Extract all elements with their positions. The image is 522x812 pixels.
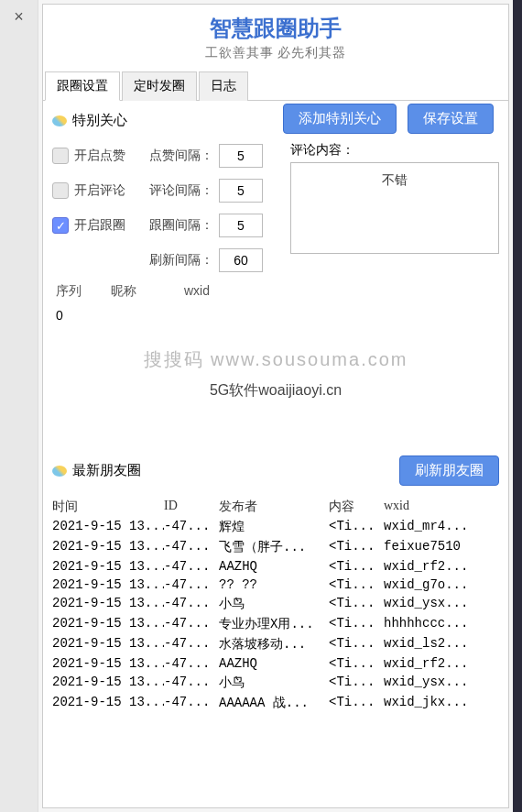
cell-pub: AAZHQ bbox=[219, 559, 329, 574]
follow-interval-label: 跟圈间隔： bbox=[144, 217, 213, 234]
comment-interval-input[interactable] bbox=[219, 179, 263, 203]
cell-time: 2021-9-15 13... bbox=[52, 539, 164, 555]
watermark-text: 搜搜码 www.sousouma.com bbox=[52, 347, 499, 372]
cell-time: 2021-9-15 13... bbox=[52, 656, 164, 671]
tabs-bar: 跟圈设置 定时发圈 日志 bbox=[43, 71, 508, 101]
cell-pub: 辉煌 bbox=[219, 519, 329, 535]
add-special-button[interactable]: 添加特别关心 bbox=[283, 104, 397, 134]
cell-cont: <Ti... bbox=[329, 559, 384, 574]
watermark-text-2: 5G软件woaijiaoyi.cn bbox=[52, 381, 499, 401]
cell-wxid bbox=[180, 313, 272, 317]
col-wxid: wxid bbox=[384, 499, 484, 515]
checkbox-comment[interactable] bbox=[52, 182, 69, 199]
cell-time: 2021-9-15 13... bbox=[52, 519, 164, 535]
cell-cont: <Ti... bbox=[329, 636, 384, 653]
section-title-moments: 最新朋友圈 bbox=[72, 462, 141, 479]
col-id: ID bbox=[164, 499, 219, 515]
cell-pub: 水落坡移动... bbox=[219, 636, 329, 653]
follow-interval-input[interactable] bbox=[219, 214, 263, 237]
cell-id: -47... bbox=[164, 675, 219, 691]
cell-pub: ?? ?? bbox=[219, 577, 329, 592]
refresh-moments-button[interactable]: 刷新朋友圈 bbox=[399, 455, 499, 486]
cell-time: 2021-9-15 13... bbox=[52, 559, 164, 574]
comment-content-box[interactable]: 不错 bbox=[290, 162, 499, 254]
table-row[interactable]: 2021-9-15 13...-47...AAAAAA 战...<Ti...wx… bbox=[52, 695, 499, 711]
col-content: 内容 bbox=[329, 499, 384, 515]
cell-wxid: wxid_rf2... bbox=[384, 559, 484, 574]
table-row[interactable]: 2021-9-15 13...-47...?? ??<Ti...wxid_g7o… bbox=[52, 577, 499, 592]
cell-pub: 小鸟 bbox=[219, 596, 329, 612]
comment-interval-label: 评论间隔： bbox=[144, 182, 213, 199]
like-interval-label: 点赞间隔： bbox=[144, 148, 213, 164]
table-row[interactable]: 2021-9-15 13...-47...AAZHQ<Ti...wxid_rf2… bbox=[52, 559, 499, 574]
col-wxid: wxid bbox=[180, 281, 272, 302]
cell-wxid: wxid_rf2... bbox=[384, 656, 484, 671]
cell-id: -47... bbox=[164, 596, 219, 612]
cell-pub: AAAAAA 战... bbox=[219, 695, 329, 711]
cell-cont: <Ti... bbox=[329, 695, 384, 711]
cell-time: 2021-9-15 13... bbox=[52, 616, 164, 632]
cell-cont: <Ti... bbox=[329, 616, 384, 632]
cell-time: 2021-9-15 13... bbox=[52, 675, 164, 691]
cell-wxid: wxid_jkx... bbox=[384, 695, 484, 711]
cell-cont: <Ti... bbox=[329, 596, 384, 612]
tab-log[interactable]: 日志 bbox=[199, 71, 248, 101]
refresh-interval-label: 刷新间隔： bbox=[144, 252, 213, 269]
cell-id: -47... bbox=[164, 656, 219, 671]
checkbox-like-label: 开启点赞 bbox=[74, 148, 125, 164]
app-subtitle: 工欲善其事 必先利其器 bbox=[43, 45, 508, 61]
cell-seq: 0 bbox=[52, 306, 107, 324]
cell-time: 2021-9-15 13... bbox=[52, 577, 164, 592]
cell-pub: 专业办理X用... bbox=[219, 616, 329, 632]
moments-table: 时间 ID 发布者 内容 wxid 2021-9-15 13...-47...辉… bbox=[52, 499, 499, 711]
app-title: 智慧跟圈助手 bbox=[43, 14, 508, 43]
checkbox-like[interactable] bbox=[52, 148, 69, 164]
tab-schedule[interactable]: 定时发圈 bbox=[122, 71, 197, 101]
checkbox-comment-label: 开启评论 bbox=[74, 182, 125, 199]
like-interval-input[interactable] bbox=[219, 144, 263, 168]
table-row[interactable]: 2021-9-15 13...-47...小鸟<Ti...wxid_ysx... bbox=[52, 675, 499, 691]
tab-settings[interactable]: 跟圈设置 bbox=[45, 71, 120, 101]
table-row[interactable]: 0 bbox=[52, 302, 499, 329]
cell-wxid: wxid_mr4... bbox=[384, 519, 484, 535]
save-settings-button[interactable]: 保存设置 bbox=[408, 104, 494, 134]
cell-pub: 飞雪（胖子... bbox=[219, 539, 329, 555]
section-icon bbox=[52, 115, 67, 126]
cell-time: 2021-9-15 13... bbox=[52, 695, 164, 711]
table-row[interactable]: 2021-9-15 13...-47...飞雪（胖子...<Ti...feixu… bbox=[52, 539, 499, 555]
cell-wxid: wxid_g7o... bbox=[384, 577, 484, 592]
cell-cont: <Ti... bbox=[329, 656, 384, 671]
cell-cont: <Ti... bbox=[329, 519, 384, 535]
col-time: 时间 bbox=[52, 499, 164, 515]
col-publisher: 发布者 bbox=[219, 499, 329, 515]
cell-time: 2021-9-15 13... bbox=[52, 636, 164, 653]
cell-cont: <Ti... bbox=[329, 675, 384, 691]
cell-id: -47... bbox=[164, 539, 219, 555]
cell-id: -47... bbox=[164, 577, 219, 592]
cell-id: -47... bbox=[164, 636, 219, 653]
close-icon[interactable]: × bbox=[0, 7, 38, 27]
section-title-special: 特别关心 bbox=[72, 112, 127, 129]
checkbox-follow[interactable] bbox=[52, 217, 69, 234]
cell-wxid: wxid_ls2... bbox=[384, 636, 484, 653]
cell-id: -47... bbox=[164, 559, 219, 574]
table-row[interactable]: 2021-9-15 13...-47...水落坡移动...<Ti...wxid_… bbox=[52, 636, 499, 653]
cell-cont: <Ti... bbox=[329, 577, 384, 592]
cell-id: -47... bbox=[164, 519, 219, 535]
special-table: 序列 昵称 wxid 0 bbox=[52, 281, 499, 329]
cell-wxid: hhhhhccc... bbox=[384, 616, 484, 632]
table-row[interactable]: 2021-9-15 13...-47...小鸟<Ti...wxid_ysx... bbox=[52, 596, 499, 612]
right-edge bbox=[513, 0, 522, 812]
cell-wxid: wxid_ysx... bbox=[384, 675, 484, 691]
col-nick: 昵称 bbox=[107, 281, 180, 302]
cell-cont: <Ti... bbox=[329, 539, 384, 555]
refresh-interval-input[interactable] bbox=[219, 248, 263, 272]
table-row[interactable]: 2021-9-15 13...-47...AAZHQ<Ti...wxid_rf2… bbox=[52, 656, 499, 671]
table-row[interactable]: 2021-9-15 13...-47...辉煌<Ti...wxid_mr4... bbox=[52, 519, 499, 535]
section-icon bbox=[52, 466, 67, 477]
cell-id: -47... bbox=[164, 616, 219, 632]
col-seq: 序列 bbox=[52, 281, 107, 302]
table-row[interactable]: 2021-9-15 13...-47...专业办理X用...<Ti...hhhh… bbox=[52, 616, 499, 632]
cell-pub: 小鸟 bbox=[219, 675, 329, 691]
cell-wxid: feixue7510 bbox=[384, 539, 484, 555]
